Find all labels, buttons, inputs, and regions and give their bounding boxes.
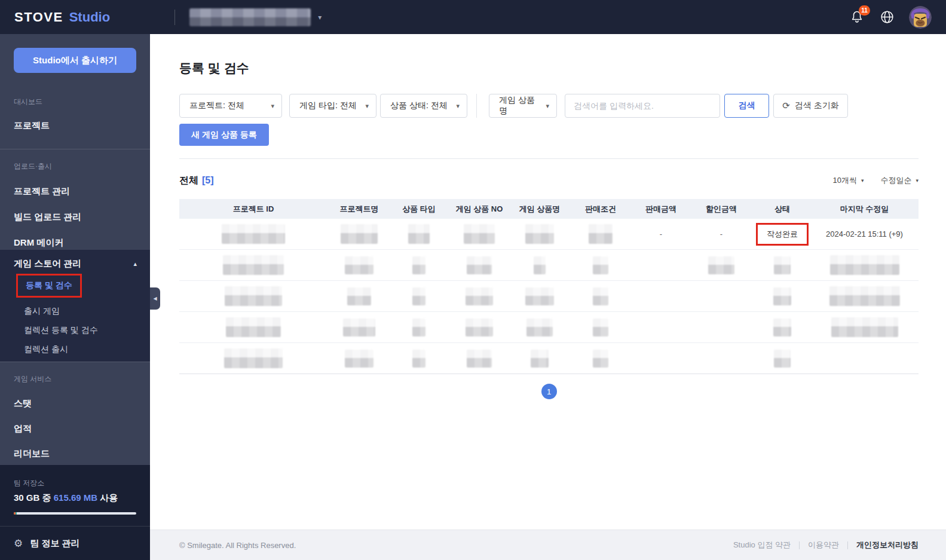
project-filter-dropdown[interactable]: 프로젝트: 전체 ▾ [179, 94, 282, 118]
redacted-cell [593, 350, 608, 368]
footer-separator [799, 541, 800, 549]
sidebar-item-collection-register-review[interactable]: 컬렉션 등록 및 검수 [0, 325, 150, 336]
product-state-filter-dropdown[interactable]: 상품 상태: 전체 ▾ [380, 94, 467, 118]
col-header-last-modified: 마지막 수정일 [810, 199, 919, 219]
storage-label: 팀 저장소 [14, 478, 136, 488]
redacted-cell [224, 348, 283, 368]
redacted-cell [412, 350, 425, 368]
gear-icon: ⚙ [14, 537, 23, 550]
sidebar-collapse-button[interactable]: ◀ [150, 287, 160, 310]
chevron-down-icon: ▾ [318, 13, 322, 22]
sidebar-item-game-store-mgmt[interactable]: 게임 스토어 관리 ▴ [0, 250, 150, 270]
status-badge: 작성완료 [756, 223, 809, 246]
page-title: 등록 및 검수 [179, 60, 249, 76]
pagination-page-1[interactable]: 1 [541, 384, 557, 399]
sidebar-item-stat[interactable]: 스탯 [0, 398, 150, 409]
footer-link-studio-terms[interactable]: Studio 입점 약관 [733, 540, 791, 550]
globe-icon[interactable] [880, 10, 895, 25]
col-header-game-product-no: 게임 상품 NO [447, 199, 512, 219]
footer-separator [847, 541, 848, 549]
sidebar-item-collection-release[interactable]: 컬렉션 출시 [0, 344, 150, 355]
redacted-cell [412, 287, 425, 305]
notification-bell-button[interactable]: 11 [850, 10, 865, 25]
topbar-divider [174, 10, 175, 25]
redacted-cell [531, 350, 549, 368]
redacted-cell [593, 287, 608, 305]
total-label: 전체 [179, 175, 198, 187]
chevron-up-icon: ▴ [133, 260, 137, 268]
redacted-cell [829, 286, 900, 306]
table-row[interactable] [179, 281, 919, 312]
storage-progress-bar [14, 512, 136, 515]
pagination: 1 [179, 384, 919, 399]
sidebar-item-team-info[interactable]: ⚙ 팀 정보 관리 [0, 526, 150, 560]
col-header-game-product-name: 게임 상품명 [512, 199, 568, 219]
sidebar-item-build-upload-mgmt[interactable]: 빌드 업로드 관리 [0, 212, 150, 223]
search-input[interactable] [565, 94, 720, 118]
footer-link-privacy[interactable]: 개인정보처리방침 [856, 540, 919, 550]
col-header-project-name: 프로젝트명 [327, 199, 391, 219]
redacted-cell [773, 319, 791, 336]
col-header-sale-condition: 판매조건 [568, 199, 633, 219]
redacted-cell [467, 256, 492, 274]
redacted-cell [412, 256, 425, 274]
col-header-product-type: 상품 타입 [391, 199, 447, 219]
redacted-cell [708, 256, 734, 274]
section-label-dashboard: 대시보드 [0, 97, 150, 107]
section-label-game-service: 게임 서비스 [0, 374, 150, 384]
redacted-cell [593, 319, 608, 336]
total-count: [5] [202, 175, 214, 186]
redacted-cell [223, 255, 284, 275]
redacted-cell [593, 256, 608, 274]
table-row[interactable] [179, 250, 919, 281]
notification-badge: 11 [859, 5, 870, 16]
sidebar-item-released-games[interactable]: 출시 게임 [0, 306, 150, 317]
sidebar-item-register-review[interactable]: 등록 및 검수 [26, 280, 72, 291]
col-header-sale-price: 판매금액 [633, 199, 688, 219]
redacted-cell [774, 350, 791, 368]
table-row[interactable] [179, 312, 919, 343]
section-label-upload-release: 업로드·출시 [0, 161, 150, 172]
sidebar-item-project[interactable]: 프로젝트 [0, 120, 150, 131]
sidebar-item-achievement[interactable]: 업적 [0, 423, 150, 434]
redacted-cell [773, 287, 791, 305]
redacted-cell [466, 287, 493, 305]
table-row[interactable] [179, 343, 919, 374]
list-toolbar: 전체 [5] 10개씩 ▾ 수정일순 ▾ [179, 174, 919, 187]
redacted-cell [343, 319, 375, 336]
redacted-cell [589, 224, 613, 244]
sale-price-value: - [660, 229, 662, 238]
copyright-text: © Smilegate. All Rights Reserved. [179, 541, 296, 550]
sidebar-item-project-mgmt[interactable]: 프로젝트 관리 [0, 186, 150, 197]
stove-studio-logo[interactable]: STOVE Studio [14, 10, 110, 25]
publish-from-studio-button[interactable]: Studio에서 출시하기 [14, 48, 136, 73]
sidebar-item-label: 게임 스토어 관리 [14, 258, 81, 270]
redacted-cell [347, 287, 371, 305]
footer-link-terms[interactable]: 이용약관 [808, 540, 839, 550]
team-storage-panel: 팀 저장소 30 GB 중 615.69 MB 사용 [0, 465, 150, 526]
chevron-down-icon: ▾ [456, 102, 460, 110]
sort-order-dropdown[interactable]: 수정일순 ▾ [880, 175, 919, 186]
redacted-cell [345, 256, 373, 274]
search-reset-button[interactable]: ⟳ 검색 초기화 [773, 94, 848, 118]
chevron-down-icon: ▾ [916, 178, 919, 183]
brand-studio: Studio [69, 10, 110, 25]
sidebar-item-leaderboard[interactable]: 리더보드 [0, 448, 150, 460]
sidebar-item-drm-maker[interactable]: DRM 메이커 [0, 237, 150, 249]
redacted-cell [408, 224, 430, 244]
redacted-cell [222, 224, 285, 244]
table-header-row: 프로젝트 ID 프로젝트명 상품 타입 게임 상품 NO 게임 상품명 판매조건… [179, 199, 919, 219]
game-type-filter-dropdown[interactable]: 게임 타입: 전체 ▾ [289, 94, 376, 118]
col-header-project-id: 프로젝트 ID [179, 199, 327, 219]
refresh-icon: ⟳ [782, 100, 790, 111]
page-size-dropdown[interactable]: 10개씩 ▾ [832, 175, 864, 186]
table-row[interactable]: - - 작성완료 2024-02-21 15:11 (+9) [179, 219, 919, 250]
avatar[interactable] [909, 6, 932, 29]
new-game-product-button[interactable]: 새 게임 상품 등록 [179, 124, 269, 146]
workspace-selector[interactable]: ▾ [189, 8, 322, 26]
discount-price-value: - [720, 229, 722, 238]
col-header-status: 상태 [754, 199, 810, 219]
search-category-dropdown[interactable]: 게임 상품명 ▾ [489, 94, 557, 118]
search-button[interactable]: 검색 [724, 94, 769, 118]
last-modified-value: 2024-02-21 15:11 (+9) [826, 229, 903, 238]
